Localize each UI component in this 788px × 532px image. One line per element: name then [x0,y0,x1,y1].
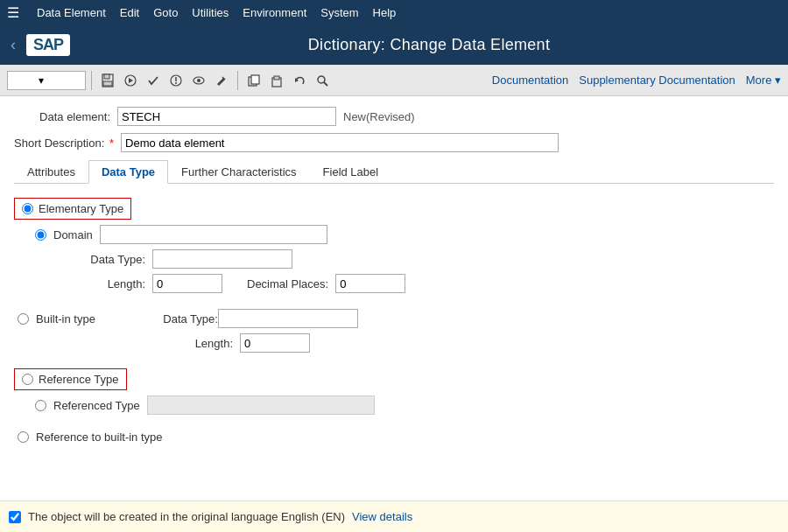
svg-point-9 [197,79,201,82]
check-button[interactable] [143,70,164,91]
undo-button[interactable] [289,70,310,91]
hamburger-menu[interactable]: ☰ [7,4,19,21]
ref-builtin-radio[interactable] [18,431,29,443]
change-button[interactable] [211,70,232,91]
svg-point-7 [175,82,177,84]
check-icon [146,74,160,88]
builtin-data-type-label: Data Type: [148,312,218,326]
supplementary-documentation-link[interactable]: Supplementary Documentation [579,74,735,87]
builtin-type-radio[interactable] [18,313,29,325]
where-used-button[interactable] [165,70,186,91]
svg-rect-2 [103,81,112,86]
data-element-field[interactable] [117,107,336,126]
search-button[interactable] [312,70,333,91]
toolbar: ▾ [0,65,788,96]
reference-type-radio-box[interactable]: Reference Type [14,368,127,390]
referenced-type-row: Referenced Type [35,396,774,415]
title-bar: ‹ SAP Dictionary: Change Data Element [0,24,788,65]
language-checkbox[interactable] [9,511,21,523]
length-field[interactable] [152,274,222,293]
referenced-type-label: Referenced Type [53,399,140,412]
view-details-link[interactable]: View details [352,510,412,523]
data-element-label: Data element: [14,110,110,123]
tab-data-type[interactable]: Data Type [88,160,168,184]
menu-goto[interactable]: Goto [153,6,178,19]
short-description-row: Short Description: * [14,133,774,152]
referenced-type-field [147,396,375,415]
elementary-type-section: Elementary Type [14,198,774,220]
save-button[interactable] [97,70,118,91]
tab-further-characteristics[interactable]: Further Characteristics [168,160,309,184]
referenced-type-radio[interactable] [35,400,46,411]
domain-label: Domain [53,228,93,242]
reference-type-section: Reference Type [14,368,774,390]
svg-marker-4 [129,78,133,83]
elementary-type-label: Elementary Type [39,202,123,215]
domain-input-field[interactable] [100,225,327,244]
search-icon [315,74,329,88]
data-element-row: Data element: New(Revised) [14,107,774,126]
dropdown-arrow-icon: ▾ [39,74,44,87]
ref-builtin-section: Reference to built-in type [14,430,774,444]
data-type-tab-content: Elementary Type Domain Data Type: Length… [14,198,774,444]
data-type-label: Data Type: [67,253,145,266]
builtin-type-label: Built-in type [36,312,95,326]
change-icon [215,74,229,88]
copy-button[interactable] [243,70,264,91]
display-icon [192,74,206,88]
paste-icon [270,74,284,88]
decimal-places-field[interactable] [335,274,405,293]
display-button[interactable] [188,70,209,91]
elementary-type-radio[interactable] [22,203,33,214]
tabs-row: Attributes Data Type Further Characteris… [14,159,774,184]
menu-system[interactable]: System [320,6,358,19]
menu-utilities[interactable]: Utilities [192,6,229,19]
tab-attributes[interactable]: Attributes [14,160,88,184]
reference-type-radio[interactable] [22,374,33,385]
menu-help[interactable]: Help [373,6,397,19]
data-type-field[interactable] [152,249,292,269]
toolbar-text-links: Documentation Supplementary Documentatio… [492,74,781,87]
menu-data-element[interactable]: Data Element [37,6,106,19]
divider-2 [14,358,774,368]
ref-builtin-label: Reference to built-in type [36,430,163,444]
elementary-type-radio-box[interactable]: Elementary Type [14,198,131,220]
history-dropdown[interactable]: ▾ [7,71,86,90]
dropdown-group: ▾ [7,71,86,90]
builtin-type-section: Built-in type Data Type: [14,309,774,328]
builtin-length-field[interactable] [240,333,310,353]
activate-icon [123,74,137,88]
activate-button[interactable] [120,70,141,91]
short-description-field[interactable] [121,133,559,152]
menu-edit[interactable]: Edit [120,6,139,19]
back-button[interactable]: ‹ [11,36,16,54]
svg-rect-14 [274,76,279,80]
reference-type-label: Reference Type [39,373,119,386]
main-content: Data element: New(Revised) Short Descrip… [0,96,788,500]
where-used-icon [169,74,183,88]
tab-field-label[interactable]: Field Label [310,160,392,184]
short-description-label: Short Description: * [14,136,114,150]
page-title: Dictionary: Change Data Element [81,36,777,54]
bottom-message: The object will be created in the origin… [28,510,345,523]
copy-icon [247,74,261,88]
more-link[interactable]: More ▾ [746,74,781,87]
builtin-data-type-field[interactable] [218,309,358,328]
domain-row: Domain [35,225,774,244]
more-arrow-icon: ▾ [775,74,781,87]
decimal-places-label: Decimal Places: [247,277,328,290]
status-badge: New(Revised) [343,110,415,123]
svg-rect-1 [104,74,109,79]
menu-environment[interactable]: Environment [243,6,306,19]
paste-button[interactable] [266,70,287,91]
length-label: Length: [67,277,145,290]
divider-3 [14,420,774,430]
svg-rect-12 [251,75,259,84]
domain-radio[interactable] [35,229,46,241]
sap-logo: SAP [26,34,70,56]
divider-1 [14,298,774,309]
data-type-row: Data Type: [67,249,774,269]
documentation-link[interactable]: Documentation [492,74,568,87]
toolbar-separator-2 [237,71,238,90]
svg-point-16 [318,76,325,83]
